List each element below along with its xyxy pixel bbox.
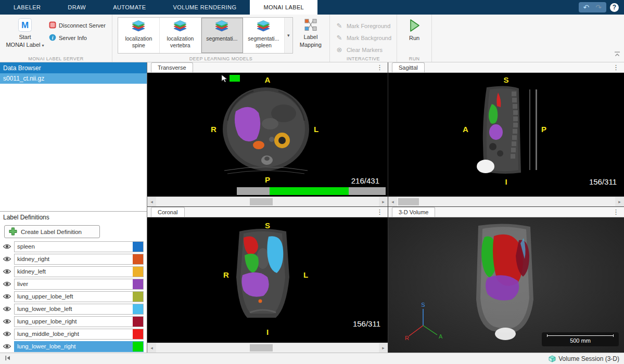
- label-row-lung-lower-lobe-right[interactable]: lung_lower_lobe_right: [0, 340, 147, 353]
- visibility-eye-icon[interactable]: [0, 331, 14, 337]
- label-color-swatch[interactable]: [133, 279, 143, 289]
- scrollbar-thumb[interactable]: [250, 344, 273, 352]
- model-localization-vertebra[interactable]: localization vertebra: [160, 18, 201, 53]
- scroll-left-icon[interactable]: ◂: [388, 197, 397, 206]
- disconnect-server-button[interactable]: Disconnect Server: [49, 21, 106, 30]
- orientation-label-right: R: [211, 125, 217, 134]
- scroll-left-icon[interactable]: ◂: [147, 343, 156, 353]
- label-color-swatch[interactable]: [133, 304, 143, 314]
- undo-icon[interactable]: ↶: [583, 3, 590, 11]
- scroll-right-icon[interactable]: ▸: [379, 197, 388, 206]
- transverse-canvas[interactable]: A R L P 216/431: [147, 73, 388, 197]
- create-label-definition-button[interactable]: Create Label Definition: [4, 225, 100, 238]
- model-cube-icon: [172, 20, 188, 35]
- transverse-tab[interactable]: Transverse: [151, 62, 193, 72]
- scrollbar-thumb[interactable]: [250, 198, 273, 205]
- run-button[interactable]: Run: [402, 17, 426, 55]
- scale-bar-line: [547, 335, 614, 336]
- label-row-lung-upper-lobe-right[interactable]: lung_upper_lobe_right: [0, 315, 147, 328]
- gallery-dropdown-icon[interactable]: ▾: [285, 18, 292, 53]
- model-segmentation-selected[interactable]: segmentati...: [201, 18, 243, 53]
- coronal-menu-icon[interactable]: ⋮: [372, 208, 388, 216]
- label-row-lung-upper-lobe-left[interactable]: lung_upper_lobe_left: [0, 290, 147, 303]
- mark-foreground-button[interactable]: ✎ Mark Foreground: [335, 21, 391, 31]
- label-mapping-button[interactable]: Label Mapping: [297, 17, 324, 55]
- clear-markers-icon: ⊗: [335, 46, 343, 54]
- label-color-swatch[interactable]: [133, 254, 143, 264]
- tab-draw[interactable]: DRAW: [54, 0, 99, 15]
- scrollbar-thumb[interactable]: [398, 198, 419, 205]
- visibility-eye-icon[interactable]: [0, 256, 14, 262]
- mark-background-button[interactable]: ✎ Mark Background: [335, 33, 391, 43]
- sagittal-canvas[interactable]: S A P I 156/311: [388, 73, 624, 197]
- visibility-eye-icon[interactable]: [0, 343, 14, 349]
- label-name: liver: [15, 279, 133, 289]
- visibility-eye-icon[interactable]: [0, 318, 14, 324]
- transverse-slice-slider[interactable]: [237, 187, 386, 195]
- visibility-eye-icon[interactable]: [0, 306, 14, 312]
- viewport-grid: Transverse ⋮: [147, 62, 624, 353]
- help-icon[interactable]: ?: [610, 3, 619, 12]
- label-row-lung-lower-lobe-left[interactable]: lung_lower_lobe_left: [0, 303, 147, 315]
- scrollbar-track[interactable]: [156, 197, 379, 206]
- interactive-buttons: ✎ Mark Foreground ✎ Mark Background ⊗ Cl…: [335, 17, 391, 55]
- scroll-right-icon[interactable]: ▸: [379, 343, 388, 353]
- label-row-lung-middle-lobe-right[interactable]: lung_middle_lobe_right: [0, 328, 147, 340]
- run-label: Run: [409, 34, 419, 42]
- volume-canvas[interactable]: S R A 500 mm: [388, 217, 624, 353]
- session-label: Volume Session (3-D): [558, 355, 619, 362]
- tab-volume-rendering[interactable]: VOLUME RENDERING: [159, 0, 250, 15]
- info-icon: i: [49, 34, 56, 42]
- volume-tab[interactable]: 3-D Volume: [392, 207, 435, 217]
- label-row-liver[interactable]: liver: [0, 278, 147, 290]
- label-color-swatch[interactable]: [133, 329, 143, 339]
- model-cube-icon: [256, 20, 271, 35]
- model-segmentation-spleen[interactable]: segmentati... spleen: [243, 18, 285, 53]
- start-monai-label-button[interactable]: M Start MONAI Label ▾: [5, 17, 45, 55]
- label-color-swatch[interactable]: [133, 242, 143, 252]
- data-browser-item[interactable]: s0011_ct.nii.gz: [0, 73, 147, 84]
- label-color-swatch[interactable]: [133, 267, 143, 277]
- svg-text:i: i: [52, 35, 54, 41]
- coronal-tab[interactable]: Coronal: [151, 207, 185, 217]
- model-localization-spine[interactable]: localization spine: [118, 18, 160, 53]
- brush-cursor: [221, 74, 240, 83]
- model-label-line1: localization: [167, 35, 194, 42]
- tab-monai-label[interactable]: MONAI LABEL: [250, 0, 317, 15]
- label-name: lung_upper_lobe_left: [15, 292, 133, 302]
- model-label-line1: segmentati...: [248, 35, 279, 42]
- label-row-kidney-right[interactable]: kidney_right: [0, 253, 147, 265]
- sagittal-ct-image: [471, 84, 541, 175]
- label-name: kidney_right: [15, 254, 133, 264]
- visibility-eye-icon[interactable]: [0, 281, 14, 287]
- tab-automate[interactable]: AUTOMATE: [99, 0, 159, 15]
- label-row-kidney-left[interactable]: kidney_left: [0, 265, 147, 278]
- sagittal-scrollbar: ◂ ▸: [388, 197, 624, 206]
- slice-slider-thumb[interactable]: [270, 187, 349, 195]
- server-info-button[interactable]: i Server Info: [49, 34, 106, 42]
- clear-markers-button[interactable]: ⊗ Clear Markers: [335, 45, 391, 55]
- transverse-menu-icon[interactable]: ⋮: [372, 63, 388, 71]
- visibility-eye-icon[interactable]: [0, 293, 14, 300]
- scrollbar-track[interactable]: [156, 343, 379, 353]
- orientation-label-anterior: A: [265, 75, 271, 84]
- label-mapping-icon: [304, 18, 317, 33]
- label-color-swatch[interactable]: [133, 292, 143, 302]
- volume-menu-icon[interactable]: ⋮: [608, 208, 624, 216]
- label-color-swatch[interactable]: [133, 342, 143, 352]
- coronal-canvas[interactable]: S R L I 156/311: [147, 217, 388, 343]
- collapse-ribbon-icon[interactable]: [614, 50, 620, 59]
- scroll-left-icon[interactable]: ◂: [147, 197, 156, 206]
- scroll-right-icon[interactable]: ▸: [615, 197, 624, 206]
- sagittal-tab[interactable]: Sagittal: [392, 62, 425, 72]
- label-color-swatch[interactable]: [133, 317, 143, 327]
- sagittal-menu-icon[interactable]: ⋮: [608, 63, 624, 71]
- mark-background-label: Mark Background: [347, 35, 391, 41]
- visibility-eye-icon[interactable]: [0, 268, 14, 275]
- tab-labeler[interactable]: LABELER: [0, 0, 54, 15]
- redo-icon[interactable]: ↷: [595, 3, 602, 11]
- label-row-spleen[interactable]: spleen: [0, 240, 147, 253]
- scrollbar-track[interactable]: [397, 197, 615, 206]
- collapse-panel-icon[interactable]: [5, 355, 11, 363]
- visibility-eye-icon[interactable]: [0, 243, 14, 250]
